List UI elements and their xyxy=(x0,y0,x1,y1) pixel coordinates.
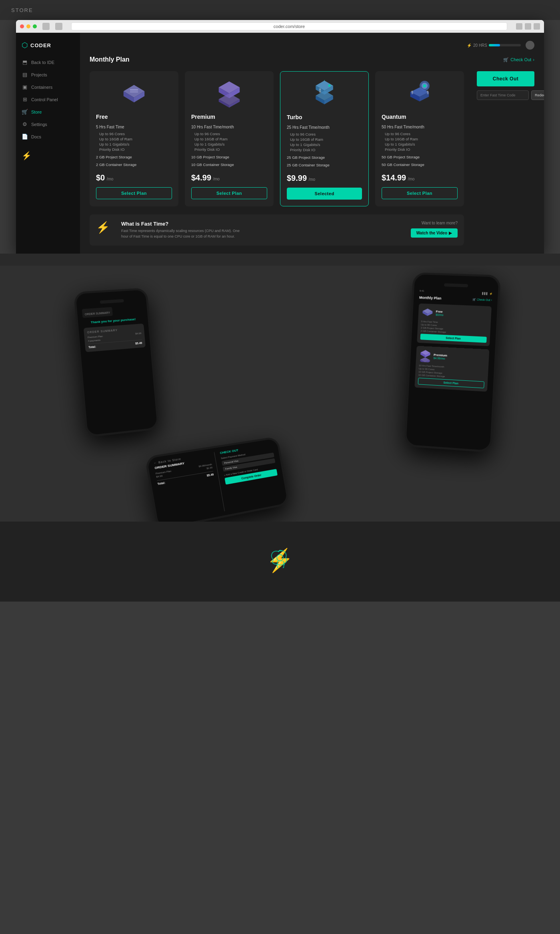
select-plan-turbo-button[interactable]: Selected xyxy=(287,188,362,200)
plan-container-storage-premium: 10 GB Container Storage xyxy=(191,162,267,167)
plan-feature-premium-3: Priority Disk IO xyxy=(191,147,267,152)
coder-logo-icon: ⬡ xyxy=(22,41,28,50)
sidebar-item-projects[interactable]: ▤ Projects xyxy=(16,68,80,81)
svg-point-30 xyxy=(427,91,428,92)
svg-rect-29 xyxy=(412,92,413,94)
section-divider xyxy=(0,254,560,266)
phone2-premium-btn[interactable]: Select Plan xyxy=(418,378,484,388)
sidebar-item-docs[interactable]: 📄 Docs xyxy=(16,130,80,143)
app-layout: ⬡ CODER ⬒ Back to IDE ▤ Projects ▣ Conta… xyxy=(16,33,544,254)
phone2-premium-icon xyxy=(419,349,432,362)
sidebar-item-label: Store xyxy=(31,110,42,114)
sidebar-logo-text: CODER xyxy=(30,42,51,48)
redeem-input[interactable] xyxy=(477,90,529,100)
main-content: ⚡ 20 HRS Monthly Plan 🛒 Check Out › xyxy=(80,33,544,254)
containers-icon: ▣ xyxy=(22,84,28,90)
browser-share-btn[interactable] xyxy=(516,23,522,30)
settings-icon: ⚙ xyxy=(22,121,28,127)
store-icon: 🛒 xyxy=(22,109,28,115)
top-bar: ⚡ 20 HRS xyxy=(90,41,534,50)
plan-price-quantum: $14.99 /mo xyxy=(382,173,458,182)
plan-feature-quantum-0: Up to 96 Cores xyxy=(382,132,458,136)
browser-minimize-dot[interactable] xyxy=(26,24,30,28)
plan-name-premium: Premium xyxy=(191,114,267,120)
sidebar: ⬡ CODER ⬒ Back to IDE ▤ Projects ▣ Conta… xyxy=(16,33,80,254)
plan-feature-free-3: Priority Disk IO xyxy=(96,147,172,152)
plan-feature-quantum-2: Up to 1 Gigabits/s xyxy=(382,142,458,146)
browser-actions xyxy=(516,23,540,30)
fast-time-right: Want to learn more? Watch the Video ▶ xyxy=(411,221,458,238)
plan-name-free: Free xyxy=(96,114,172,120)
checkout-button[interactable]: Check Out xyxy=(477,71,534,86)
plan-feature-turbo-1: Up to 16GB of Ram xyxy=(287,137,362,142)
store-header-title: STORE xyxy=(11,7,33,13)
plan-fasttime-free: 5 Hrs Fast Time xyxy=(96,125,172,129)
fast-time-bar xyxy=(489,44,521,46)
plan-feature-premium-2: Up to 1 Gigabits/s xyxy=(191,142,267,146)
user-avatar[interactable] xyxy=(526,41,534,50)
svg-point-20 xyxy=(319,88,321,90)
redeem-row: Redeem xyxy=(477,90,534,100)
plan-container-storage-turbo: 25 GB Container Storage xyxy=(287,163,362,167)
svg-point-17 xyxy=(328,84,330,87)
sidebar-logo: ⬡ CODER xyxy=(16,38,80,56)
phone3-total-label: Total: xyxy=(157,481,166,485)
plan-project-storage-turbo: 25 GB Project Storage xyxy=(287,155,362,160)
play-icon: ▶ xyxy=(449,231,452,235)
plan-container-storage-quantum: 50 GB Container Storage xyxy=(382,162,458,167)
phone1-total-amount: $5.49 xyxy=(135,342,142,345)
projects-icon: ▤ xyxy=(22,72,28,78)
phone1-thank-you: Thank you for your purchase! xyxy=(83,317,143,325)
cart-icon: 🛒 xyxy=(503,57,509,62)
quantum-server-illustration xyxy=(406,80,434,108)
watch-video-button[interactable]: Watch the Video ▶ xyxy=(411,228,458,238)
top-checkout-link[interactable]: 🛒 Check Out › xyxy=(503,57,534,62)
browser-forward-btn[interactable] xyxy=(55,23,62,30)
phone-mockup-1: ORDER SUMMARY Thank you for your purchas… xyxy=(74,288,160,438)
turbo-server-illustration xyxy=(310,80,338,108)
plan-feature-free-0: Up to 96 Cores xyxy=(96,132,172,136)
browser-url-bar[interactable]: coder.com/store xyxy=(71,22,507,30)
plan-name-turbo: Turbo xyxy=(287,114,362,120)
browser-refresh-btn[interactable] xyxy=(525,23,531,30)
plan-feature-turbo-0: Up to 96 Cores xyxy=(287,132,362,136)
sidebar-item-settings[interactable]: ⚙ Settings xyxy=(16,118,80,130)
fast-time-bolt-icon: ⚡ xyxy=(96,221,110,234)
sidebar-item-store[interactable]: 🛒 Store xyxy=(16,106,80,118)
select-plan-quantum-button[interactable]: Select Plan xyxy=(382,187,458,199)
plan-project-storage-quantum: 50 GB Project Storage xyxy=(382,155,458,159)
browser-maximize-dot[interactable] xyxy=(33,24,37,28)
phone2-free-icon xyxy=(421,307,434,318)
svg-text:{: { xyxy=(276,560,278,568)
sidebar-item-label: Projects xyxy=(31,72,47,77)
fast-time-icon: ⚡ xyxy=(467,43,472,48)
plan-feature-free-1: Up to 16GB of Ram xyxy=(96,137,172,141)
right-panel: Check Out Redeem xyxy=(470,71,534,246)
browser-back-btn[interactable] xyxy=(42,23,50,30)
sidebar-item-control-panel[interactable]: ⊞ Control Panel xyxy=(16,93,80,106)
phone2-checkout: 🛒 Check Out › xyxy=(472,298,492,302)
sidebar-item-containers[interactable]: ▣ Containers xyxy=(16,81,80,93)
plan-feature-free-2: Up to 1 Gigabits/s xyxy=(96,142,172,146)
plan-project-storage-free: 2 GB Project Storage xyxy=(96,155,172,159)
browser-more-btn[interactable] xyxy=(534,23,540,30)
plan-feature-quantum-1: Up to 16GB of Ram xyxy=(382,137,458,141)
redeem-button[interactable]: Redeem xyxy=(531,90,544,100)
phone-mockup-2: 9:41 ▋▋▋ ⚡ Monthly Plan 🛒 Check Out › xyxy=(404,272,501,453)
phone-mockup-3: ← Back to Store ORDER SUMMARY Premium Pl… xyxy=(144,436,290,522)
phone2-free-btn[interactable]: Select Plan xyxy=(420,334,486,343)
plan-container-storage-free: 2 GB Container Storage xyxy=(96,162,172,167)
plan-image-premium xyxy=(191,78,267,110)
sidebar-item-back-to-ide[interactable]: ⬒ Back to IDE xyxy=(16,56,80,68)
browser-close-dot[interactable] xyxy=(20,24,24,28)
learn-more-text: Want to learn more? xyxy=(422,221,458,225)
svg-rect-3 xyxy=(130,89,138,91)
select-plan-free-button[interactable]: Select Plan xyxy=(96,187,172,199)
select-plan-premium-button[interactable]: Select Plan xyxy=(191,187,267,199)
store-header: STORE xyxy=(0,0,560,20)
phone2-title: Monthly Plan xyxy=(419,296,442,300)
sidebar-item-label: Docs xyxy=(31,134,41,139)
plan-image-quantum xyxy=(382,78,458,110)
svg-rect-31 xyxy=(427,92,429,94)
sidebar-bottom-icon: ⚡ xyxy=(22,151,32,160)
